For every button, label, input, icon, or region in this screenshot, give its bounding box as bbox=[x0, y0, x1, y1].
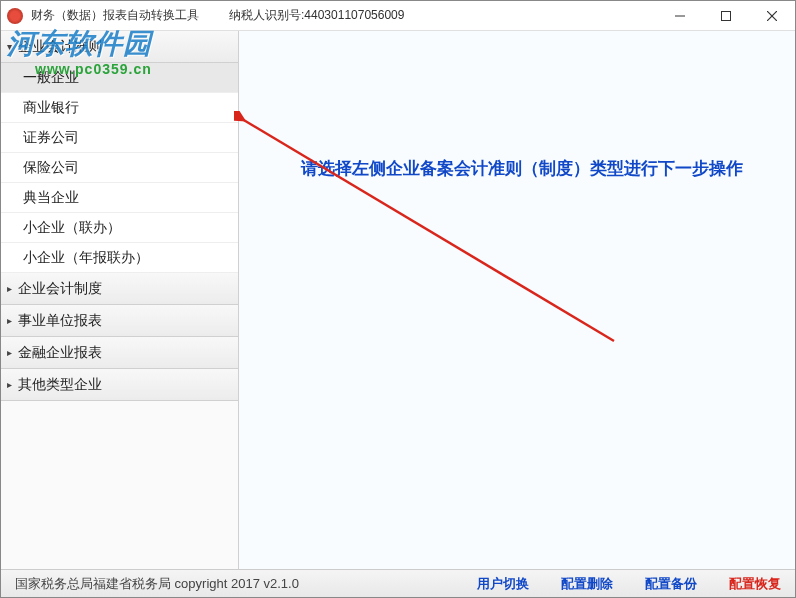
maximize-button[interactable] bbox=[703, 1, 749, 31]
accordion-label: 企业会计准则 bbox=[18, 38, 102, 56]
user-switch-link[interactable]: 用户切换 bbox=[477, 575, 529, 593]
accordion-items: 一般企业 商业银行 证券公司 保险公司 典当企业 小企业（联办） 小企业（年报联… bbox=[1, 63, 238, 273]
statusbar: 国家税务总局福建省税务局 copyright 2017 v2.1.0 用户切换 … bbox=[1, 569, 795, 597]
titlebar: 财务（数据）报表自动转换工具 纳税人识别号:440301107056009 bbox=[1, 1, 795, 31]
caret-right-icon: ▸ bbox=[7, 283, 12, 294]
app-icon bbox=[7, 8, 23, 24]
accordion-header-system[interactable]: ▸ 企业会计制度 bbox=[1, 273, 238, 305]
caret-right-icon: ▸ bbox=[7, 347, 12, 358]
annotation-arrow-icon bbox=[234, 111, 654, 371]
config-backup-link[interactable]: 配置备份 bbox=[645, 575, 697, 593]
main-panel: 请选择左侧企业备案会计准则（制度）类型进行下一步操作 bbox=[239, 31, 795, 570]
accordion-label: 其他类型企业 bbox=[18, 376, 102, 394]
accordion-label: 金融企业报表 bbox=[18, 344, 102, 362]
accordion-label: 事业单位报表 bbox=[18, 312, 102, 330]
sidebar-item-small-annual[interactable]: 小企业（年报联办） bbox=[1, 243, 238, 273]
sidebar-item-securities[interactable]: 证券公司 bbox=[1, 123, 238, 153]
accordion-header-finance[interactable]: ▸ 金融企业报表 bbox=[1, 337, 238, 369]
sidebar: ▾ 企业会计准则 一般企业 商业银行 证券公司 保险公司 典当企业 小企业（联办… bbox=[1, 31, 239, 570]
minimize-button[interactable] bbox=[657, 1, 703, 31]
sidebar-item-pawn[interactable]: 典当企业 bbox=[1, 183, 238, 213]
accordion-header-institution[interactable]: ▸ 事业单位报表 bbox=[1, 305, 238, 337]
config-delete-link[interactable]: 配置删除 bbox=[561, 575, 613, 593]
sidebar-item-general[interactable]: 一般企业 bbox=[1, 63, 238, 93]
close-button[interactable] bbox=[749, 1, 795, 31]
caret-right-icon: ▸ bbox=[7, 315, 12, 326]
accordion-header-other[interactable]: ▸ 其他类型企业 bbox=[1, 369, 238, 401]
svg-line-4 bbox=[242, 119, 614, 341]
caret-down-icon: ▾ bbox=[7, 41, 12, 52]
svg-rect-1 bbox=[722, 11, 731, 20]
window-controls bbox=[657, 1, 795, 31]
sidebar-item-small-joint[interactable]: 小企业（联办） bbox=[1, 213, 238, 243]
sidebar-item-bank[interactable]: 商业银行 bbox=[1, 93, 238, 123]
copyright-text: 国家税务总局福建省税务局 copyright 2017 v2.1.0 bbox=[15, 575, 299, 593]
caret-right-icon: ▸ bbox=[7, 379, 12, 390]
config-restore-link[interactable]: 配置恢复 bbox=[729, 575, 781, 593]
accordion-header-rules[interactable]: ▾ 企业会计准则 bbox=[1, 31, 238, 63]
taxpayer-id: 纳税人识别号:440301107056009 bbox=[229, 7, 404, 24]
main-hint-text: 请选择左侧企业备案会计准则（制度）类型进行下一步操作 bbox=[269, 157, 775, 180]
sidebar-item-insurance[interactable]: 保险公司 bbox=[1, 153, 238, 183]
accordion-label: 企业会计制度 bbox=[18, 280, 102, 298]
app-title: 财务（数据）报表自动转换工具 bbox=[31, 7, 199, 24]
